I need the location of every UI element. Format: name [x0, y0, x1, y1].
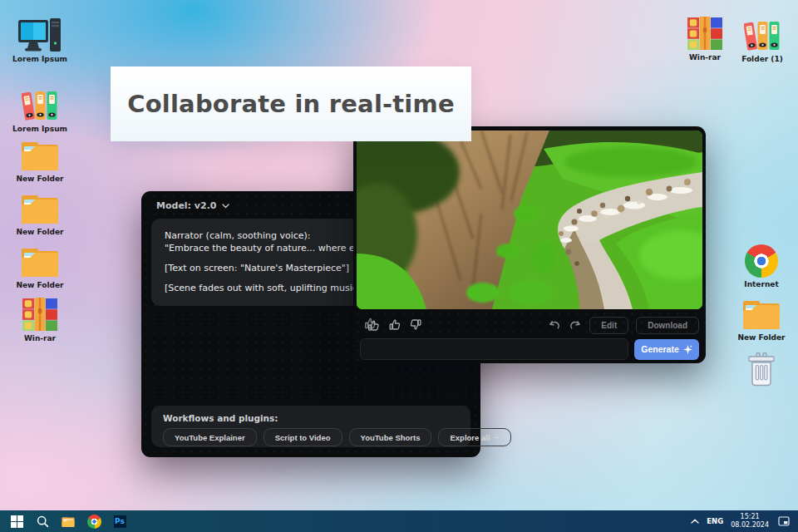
desktop-icon-label: Lorem Ipsum: [12, 125, 67, 133]
folder-icon: [20, 134, 60, 172]
binders-icon: [22, 84, 59, 122]
sparkle-icon: [683, 345, 692, 354]
desktop-wallpaper: Lorem Ipsum Lorem Ipsum New Folder New F…: [0, 0, 798, 532]
desktop-icon-label: New Folder: [16, 228, 63, 236]
video-window: Edit Download Generate: [353, 126, 706, 363]
workflow-button-script-to-video[interactable]: Script to Video: [264, 428, 342, 446]
download-button[interactable]: Download: [636, 317, 699, 334]
system-tray: ENG 15:21 08.02.2024: [691, 513, 798, 530]
model-selector[interactable]: Model: v2.0: [156, 200, 229, 211]
desktop-icon-label: Win-rar: [689, 53, 721, 62]
notification-center-icon[interactable]: [776, 514, 791, 529]
winrar-icon: [22, 293, 58, 332]
chrome-icon: [745, 239, 778, 278]
date: 08.02.2024: [731, 521, 769, 530]
prompt-input[interactable]: [360, 338, 628, 360]
folder-icon: [741, 293, 781, 331]
desktop-icon-winrar-left[interactable]: Win-rar: [7, 293, 72, 342]
desktop-icon-lorem-ipsum-binders[interactable]: Lorem Ipsum: [7, 84, 72, 133]
plus-icon: +: [495, 432, 500, 442]
winrar-icon: [687, 12, 723, 51]
start-button[interactable]: [9, 514, 24, 529]
desktop-icon-new-folder-3[interactable]: New Folder: [7, 240, 72, 289]
taskbar-left: Ps: [0, 514, 127, 529]
tray-chevron-up-icon[interactable]: [691, 519, 699, 524]
desktop-icon-label: Win-rar: [24, 334, 56, 342]
language-indicator[interactable]: ENG: [707, 517, 723, 525]
desktop-icon-label: Folder (1): [741, 55, 783, 63]
banner-title: Collaborate in real-time: [127, 90, 455, 118]
desktop-icon-new-folder-1[interactable]: New Folder: [7, 134, 72, 183]
search-icon[interactable]: [35, 514, 50, 529]
model-label: Model: v2.0: [156, 200, 217, 211]
desktop-icon-recycle-bin[interactable]: [729, 348, 794, 389]
generate-row: Generate: [360, 338, 699, 360]
time: 15:21: [731, 513, 769, 521]
edit-button[interactable]: Edit: [589, 317, 628, 334]
workflows-panel: Workflows and plugins: YouTube Explainer…: [151, 406, 470, 447]
desktop-icon-winrar-top[interactable]: Win-rar: [672, 12, 737, 62]
taskbar: Ps ENG 15:21 08.02.2024: [0, 510, 798, 532]
clock[interactable]: 15:21 08.02.2024: [731, 513, 769, 530]
desktop-icon-new-folder-right[interactable]: New Folder: [729, 293, 794, 342]
desktop-icon-folder-1[interactable]: Folder (1): [730, 14, 795, 63]
desktop-icon-label: New Folder: [737, 333, 785, 342]
folder-icon: [20, 240, 60, 278]
generated-video-preview[interactable]: [357, 131, 702, 309]
thumbs-up-button[interactable]: [388, 318, 401, 332]
workflow-buttons-row: YouTube Explainer Script to Video YouTub…: [163, 428, 459, 446]
workflow-button-youtube-explainer[interactable]: YouTube Explainer: [163, 428, 257, 446]
desktop-icon-lorem-ipsum-computer[interactable]: Lorem Ipsum: [7, 14, 72, 63]
recycle-bin-icon: [747, 348, 776, 387]
workflow-button-explore-all[interactable]: Explore all+: [438, 428, 511, 446]
workflow-button-youtube-shorts[interactable]: YouTube Shorts: [349, 428, 432, 446]
feedback-toolbar: Edit Download: [365, 316, 699, 334]
photoshop-icon[interactable]: Ps: [112, 514, 127, 529]
edit-toolbar: Edit Download: [548, 317, 699, 334]
desktop-icon-label: New Folder: [16, 281, 63, 289]
binders-icon: [744, 14, 781, 52]
desktop-icon-new-folder-2[interactable]: New Folder: [7, 187, 72, 236]
redo-icon[interactable]: [569, 319, 582, 331]
chevron-down-icon: [222, 204, 229, 209]
workflows-label: Workflows and plugins:: [163, 413, 459, 423]
nature-stream-image: [357, 131, 702, 309]
desktop-icon-label: New Folder: [16, 175, 63, 183]
generate-button[interactable]: Generate: [634, 339, 699, 360]
desktop-icon-label: Internet: [744, 280, 778, 288]
folder-icon: [20, 187, 60, 225]
file-explorer-icon[interactable]: [61, 514, 76, 529]
desktop-icon-internet[interactable]: Internet: [729, 239, 794, 288]
thumbs-down-button[interactable]: [409, 318, 422, 332]
rating-buttons: [365, 318, 422, 332]
desktop-icon-label: Lorem Ipsum: [12, 55, 67, 63]
double-thumbs-up-button[interactable]: [365, 318, 381, 332]
banner: Collaborate in real-time: [111, 66, 471, 141]
undo-icon[interactable]: [548, 319, 561, 331]
computer-icon: [18, 14, 62, 52]
chrome-taskbar-icon[interactable]: [86, 514, 101, 529]
